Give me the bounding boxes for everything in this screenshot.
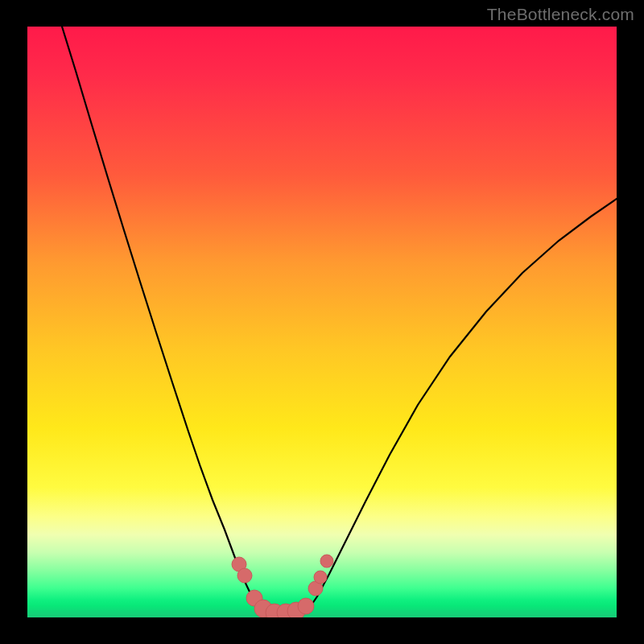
curve-marker bbox=[237, 568, 252, 583]
bottleneck-curve bbox=[62, 27, 617, 615]
curve-marker bbox=[320, 555, 333, 568]
curve-marker bbox=[314, 571, 327, 584]
watermark-text: TheBottleneck.com bbox=[487, 5, 634, 24]
chart-frame: TheBottleneck.com bbox=[0, 0, 644, 644]
curve-marker bbox=[298, 598, 314, 614]
plot-area bbox=[27, 27, 617, 617]
curve-layer bbox=[27, 27, 617, 617]
